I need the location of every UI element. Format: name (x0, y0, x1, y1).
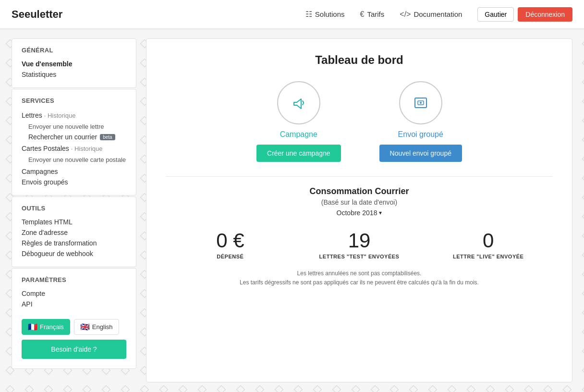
sidebar-item-debogueur[interactable]: Débogueur de webhook (22, 248, 126, 259)
euro-icon: € (360, 10, 365, 19)
language-section: 🇫🇷 Français 🇬🇧 English Besoin d'aide ? (22, 313, 126, 361)
user-button[interactable]: Gautier (477, 7, 514, 22)
envoi-groupe-label: Envoi groupé (398, 130, 443, 139)
outils-section-title: Outils (22, 205, 126, 212)
sidebar-item-campagnes[interactable]: Campagnes (22, 165, 126, 177)
services-section-title: Services (22, 97, 126, 104)
stat-depense-value: 0 € (175, 231, 285, 251)
brand-logo: Seeuletter (12, 8, 62, 21)
sidebar-general-panel: Général Vue d'ensemble Statistiques (12, 38, 136, 88)
sidebar-item-lettres[interactable]: Lettres · Historique (22, 110, 126, 121)
campagne-icon-circle (277, 81, 320, 124)
solutions-icon: ☷ (305, 10, 312, 19)
stat-lettres-live-label: LETTRE "LIVE" ENVOYÉE (433, 254, 543, 259)
lettres-row: Lettres · Historique (22, 109, 126, 122)
stat-lettres-live: 0 LETTRE "LIVE" ENVOYÉE (424, 231, 553, 259)
sidebar-item-templates-html[interactable]: Templates HTML (22, 217, 126, 227)
cards-row: Campagne Créer une campagne Envoi groupé… (166, 81, 553, 162)
campagne-icon (289, 93, 308, 112)
rechercher-row: Rechercher un courrier beta (22, 132, 126, 142)
sidebar-item-rechercher[interactable]: Rechercher un courrier (28, 133, 97, 141)
stat-lettres-live-value: 0 (433, 231, 543, 251)
sidebar-item-zone-adresse[interactable]: Zone d'adresse (22, 227, 126, 238)
envoi-groupe-icon-circle (399, 81, 442, 124)
sidebar-params-panel: Paramètres Compte API 🇫🇷 Français 🇬🇧 Eng… (12, 268, 136, 369)
logout-button[interactable]: Déconnexion (518, 7, 572, 22)
cartes-row: Cartes Postales · Historique (22, 142, 126, 155)
stat-lettres-test-value: 19 (304, 231, 414, 251)
beta-badge: beta (100, 134, 115, 140)
main-content: Tableau de bord Campagne Créer une campa… (146, 38, 572, 382)
consumption-title: Consommation Courrier (166, 186, 553, 196)
consumption-subtitle: (Basé sur la date d'envoi) (166, 198, 553, 206)
sidebar-item-regles[interactable]: Règles de transformation (22, 238, 126, 248)
month-selector[interactable]: Octobre 2018 ▾ (337, 209, 382, 217)
campagne-card: Campagne Créer une campagne (256, 81, 341, 162)
help-button[interactable]: Besoin d'aide ? (22, 340, 126, 359)
sidebar-item-vue-ensemble[interactable]: Vue d'ensemble (22, 59, 126, 69)
content-divider (166, 176, 553, 177)
svg-point-2 (420, 102, 422, 104)
sidebar-item-compte[interactable]: Compte (22, 288, 126, 299)
stat-depense: 0 € DÉPENSÉ (166, 231, 295, 259)
nav-solutions[interactable]: ☷ Solutions (305, 10, 345, 19)
sidebar-item-cartes-postales[interactable]: Cartes Postales · Historique (22, 143, 126, 154)
general-section-title: Général (22, 47, 126, 54)
sidebar-item-new-carte[interactable]: Envoyer une nouvelle carte postale (22, 155, 126, 165)
lang-fr-button[interactable]: 🇫🇷 Français (22, 319, 70, 335)
stat-depense-label: DÉPENSÉ (175, 254, 285, 259)
nav-links: ☷ Solutions € Tarifs </> Documentation (305, 10, 462, 19)
sidebar: Général Vue d'ensemble Statistiques Serv… (12, 38, 136, 382)
navbar: Seeuletter ☷ Solutions € Tarifs </> Docu… (0, 0, 584, 29)
sidebar-services-panel: Services Lettres · Historique Envoyer un… (12, 89, 136, 196)
lang-en-button[interactable]: 🇬🇧 English (74, 319, 119, 335)
lang-buttons: 🇫🇷 Français 🇬🇧 English (22, 319, 126, 335)
stats-row: 0 € DÉPENSÉ 19 LETTRES "TEST" ENVOYÉES 0… (166, 231, 553, 259)
nav-documentation[interactable]: </> Documentation (400, 10, 462, 19)
sidebar-outils-panel: Outils Templates HTML Zone d'adresse Règ… (12, 196, 136, 267)
sidebar-item-statistiques[interactable]: Statistiques (22, 69, 126, 80)
main-layout: Général Vue d'ensemble Statistiques Serv… (0, 29, 584, 392)
envoi-groupe-card: Envoi groupé Nouvel envoi groupé (379, 81, 462, 162)
sidebar-item-envois-groupes[interactable]: Envois groupés (22, 177, 126, 187)
creer-campagne-button[interactable]: Créer une campagne (256, 145, 341, 162)
stat-lettres-test-label: LETTRES "TEST" ENVOYÉES (304, 254, 414, 259)
sidebar-item-api[interactable]: API (22, 299, 126, 309)
stat-lettres-test: 19 LETTRES "TEST" ENVOYÉES (295, 231, 424, 259)
envoi-groupe-icon (411, 93, 430, 112)
flag-fr-icon: 🇫🇷 (28, 322, 37, 331)
flag-en-icon: 🇬🇧 (80, 322, 90, 331)
sidebar-item-new-lettre[interactable]: Envoyer une nouvelle lettre (22, 122, 126, 132)
nouvel-envoi-groupe-button[interactable]: Nouvel envoi groupé (379, 145, 462, 162)
chevron-down-icon: ▾ (379, 209, 382, 216)
params-section-title: Paramètres (22, 276, 126, 283)
campagne-label: Campagne (280, 130, 317, 139)
nav-tarifs[interactable]: € Tarifs (360, 10, 385, 19)
disclaimer: Les lettres annulées ne sont pas comptab… (166, 269, 553, 287)
code-icon: </> (400, 10, 411, 19)
consumption-section: Consommation Courrier (Basé sur la date … (166, 186, 553, 287)
dashboard-title: Tableau de bord (166, 53, 553, 67)
